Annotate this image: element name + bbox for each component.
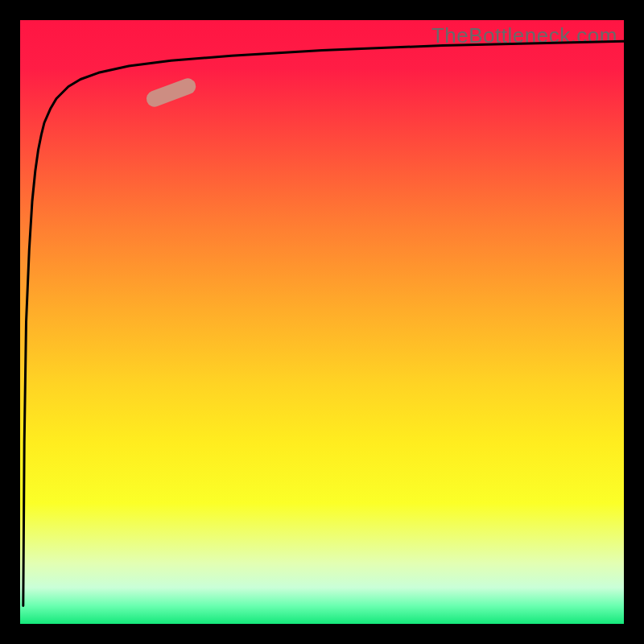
chart-frame: TheBottleneck.com [0, 0, 644, 644]
plot-area: TheBottleneck.com [20, 20, 624, 624]
curve-layer [20, 20, 624, 624]
bottleneck-curve [23, 41, 624, 605]
highlight-marker [144, 76, 198, 109]
